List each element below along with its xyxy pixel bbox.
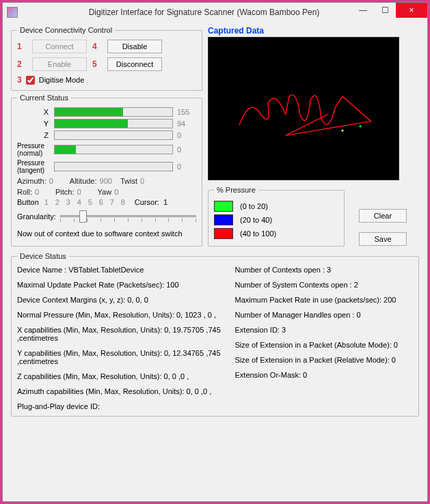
granularity-slider[interactable] xyxy=(60,209,196,224)
b3: 3 xyxy=(65,198,72,206)
y-label: Y xyxy=(17,120,50,128)
num-5: 5 xyxy=(92,59,102,69)
swatch-blue xyxy=(214,214,233,225)
y-value: 94 xyxy=(177,120,196,128)
z-bar xyxy=(54,130,173,140)
svg-point-1 xyxy=(341,130,343,132)
pressure-legend-title: % Pressure xyxy=(214,186,258,194)
range-0-20: (0 to 20) xyxy=(240,202,268,210)
b2: 2 xyxy=(54,198,61,206)
twist-v: 0 xyxy=(140,177,152,185)
swatch-green xyxy=(214,201,233,212)
connect-button[interactable]: Connect xyxy=(32,40,87,53)
yaw-k: Yaw xyxy=(98,188,112,196)
clear-button[interactable]: Clear xyxy=(359,209,407,223)
b4: 4 xyxy=(76,198,83,206)
num-1: 1 xyxy=(17,42,27,51)
svg-point-0 xyxy=(359,125,361,127)
cursor-v: 1 xyxy=(163,198,167,206)
pressure-legend-group: % Pressure (0 to 20) (20 to 40) (40 to 1… xyxy=(208,186,345,247)
ds-r2: Number of System Contexts open : 2 xyxy=(234,281,413,289)
y-bar xyxy=(54,119,173,128)
ds-r7: Size of Extension in a Packet (Relative … xyxy=(234,356,413,364)
titlebar: Digitizer Interface for Signature Scanne… xyxy=(3,3,427,22)
roll-k: Roll: xyxy=(17,188,32,196)
cursor-k: Cursor: xyxy=(135,198,159,206)
ds-l8: Azimuth capabilities (Min, Max, Resoluti… xyxy=(17,387,226,395)
range-20-40: (20 to 40) xyxy=(240,216,272,224)
restore-button[interactable]: ☐ xyxy=(374,3,396,18)
button-k: Button xyxy=(17,198,39,206)
ds-l2: Maximal Update Packet Rate (Packets/sec)… xyxy=(17,281,226,289)
disable-button[interactable]: Disable xyxy=(107,40,162,53)
ds-r3: Maximum Packet Rate in use (packets/sec)… xyxy=(234,296,413,304)
roll-v: 0 xyxy=(35,188,47,196)
enable-button[interactable]: Enable xyxy=(32,57,87,71)
yaw-v: 0 xyxy=(114,188,126,196)
device-status-legend: Device Status xyxy=(17,252,69,260)
swatch-red xyxy=(214,228,233,239)
ds-l9: Plug-and-Play device ID: xyxy=(17,402,226,410)
close-button[interactable]: × xyxy=(396,3,427,18)
device-status-group: Device Status Device Name : VBTablet.Tab… xyxy=(11,252,419,417)
ds-r4: Number of Manager Handles open : 0 xyxy=(234,311,413,319)
digitise-checkbox[interactable] xyxy=(26,76,35,85)
pitch-k: Pitch: xyxy=(55,188,75,196)
ds-l7: Z capabilities (Min, Max, Resolution, Un… xyxy=(17,372,226,380)
b1: 1 xyxy=(43,198,50,206)
b7: 7 xyxy=(109,198,116,206)
pt-label: Pressure (tangent) xyxy=(17,159,50,174)
pt-bar xyxy=(54,162,173,171)
b6: 6 xyxy=(98,198,105,206)
disconnect-button[interactable]: Disconnect xyxy=(107,57,162,71)
pn-bar xyxy=(54,145,173,154)
num-2: 2 xyxy=(17,59,27,69)
granularity-k: Granularity: xyxy=(17,212,56,221)
num-3: 3 xyxy=(17,75,22,85)
azimuth-k: Azimuth: xyxy=(17,177,46,185)
signature-canvas[interactable] xyxy=(208,37,399,180)
context-message: Now out of context due to software conte… xyxy=(17,229,196,238)
ds-l3: Device Context Margins (x, y, z): 0, 0, … xyxy=(17,296,226,304)
azimuth-v: 0 xyxy=(49,177,62,185)
ds-r6: Size of Extension in a Packet (Absolute … xyxy=(234,341,413,349)
z-value: 0 xyxy=(177,131,196,139)
signature-stroke xyxy=(236,75,378,146)
altitude-v: 900 xyxy=(100,177,112,185)
pt-value: 0 xyxy=(177,163,196,171)
num-4: 4 xyxy=(92,42,102,51)
captured-title: Captured Data xyxy=(208,26,419,36)
b5: 5 xyxy=(87,198,94,206)
app-icon xyxy=(7,7,18,18)
current-status-legend: Current Status xyxy=(17,94,71,102)
b8: 8 xyxy=(120,198,126,206)
connectivity-group: Device Connectivity Control 1 Connect 4 … xyxy=(11,26,202,91)
ds-l6: Y capabilities (Min, Max, Resolution, Un… xyxy=(17,349,226,365)
ds-r1: Number of Contexts open : 3 xyxy=(234,266,413,274)
save-button[interactable]: Save xyxy=(359,232,407,246)
current-status-group: Current Status X 155 Y 94 Z 0 Pressure (… xyxy=(11,94,202,247)
ds-r8: Extension Or-Mask: 0 xyxy=(234,371,413,379)
altitude-k: Altitude: xyxy=(70,177,97,185)
range-40-100: (40 to 100) xyxy=(240,229,276,238)
twist-k: Twist xyxy=(120,177,137,185)
z-label: Z xyxy=(17,131,50,139)
digitise-label: Digitise Mode xyxy=(39,76,85,84)
x-bar xyxy=(54,107,173,117)
ds-l4: Normal Pressure (Min, Max, Resolution, U… xyxy=(17,311,226,319)
x-value: 155 xyxy=(177,108,196,116)
minimize-button[interactable]: — xyxy=(352,3,374,18)
connectivity-legend: Device Connectivity Control xyxy=(17,26,115,34)
pn-value: 0 xyxy=(177,145,196,154)
pitch-v: 0 xyxy=(77,188,90,196)
ds-l1: Device Name : VBTablet.TabletDevice xyxy=(17,266,226,274)
window-frame: Digitizer Interface for Signature Scanne… xyxy=(2,2,428,502)
pn-label: Pressure (normal) xyxy=(17,142,50,157)
ds-l5: X capabilities (Min, Max, Resolution, Un… xyxy=(17,326,226,342)
ds-r5: Extension ID: 3 xyxy=(234,326,413,334)
x-label: X xyxy=(17,108,50,116)
